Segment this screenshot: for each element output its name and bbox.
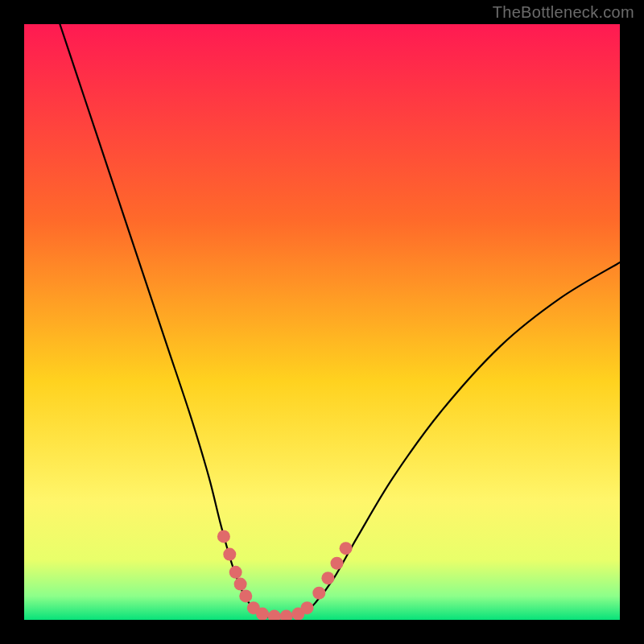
watermark-text: TheBottleneck.com bbox=[493, 3, 634, 22]
marker-dot bbox=[340, 542, 353, 555]
marker-dot bbox=[331, 557, 344, 570]
gradient-background bbox=[24, 24, 620, 620]
chart-frame: TheBottleneck.com bbox=[0, 0, 644, 644]
marker-dot bbox=[229, 566, 242, 579]
plot-area bbox=[24, 24, 620, 620]
plot-svg bbox=[24, 24, 620, 620]
marker-dot bbox=[223, 548, 236, 561]
marker-dot bbox=[239, 589, 252, 602]
marker-dot bbox=[301, 601, 314, 614]
marker-dot bbox=[321, 572, 334, 584]
marker-dot bbox=[312, 587, 325, 600]
marker-dot bbox=[234, 578, 247, 591]
marker-dot bbox=[217, 530, 230, 543]
marker-dot bbox=[256, 608, 269, 620]
